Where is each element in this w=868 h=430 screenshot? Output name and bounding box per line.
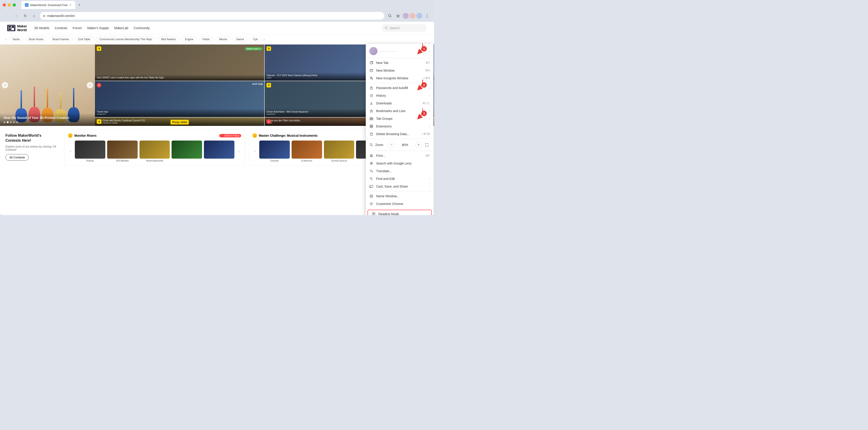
- annotation-arrow-1: [412, 41, 424, 55]
- back-button[interactable]: ←: [4, 12, 10, 19]
- tab-close-button[interactable]: ✕: [69, 3, 72, 6]
- chrome-menu-button[interactable]: ⋮: [424, 12, 430, 19]
- contest-item-4[interactable]: [172, 140, 202, 162]
- card-1-badge: Make it now ↗: [245, 46, 262, 51]
- bookmark-star-button[interactable]: [395, 12, 401, 19]
- category-end-table[interactable]: End Table: [75, 37, 94, 42]
- home-button[interactable]: ⌂: [31, 12, 37, 19]
- nav-contests[interactable]: Contests: [55, 26, 67, 30]
- menu-extensions[interactable]: Extensions ›: [366, 123, 434, 130]
- contest-item-dominik[interactable]: Dominik: [259, 140, 290, 162]
- bookmarks-icon: [369, 109, 373, 113]
- svg-rect-4: [11, 26, 14, 28]
- new-tab-button[interactable]: +: [76, 2, 83, 8]
- featured-card-1[interactable]: Make it now ↗ ⬇ Over 284057 users create…: [95, 44, 264, 81]
- reload-button[interactable]: ↻: [22, 12, 29, 19]
- find-edit-arrow: ›: [429, 177, 430, 180]
- extensions-arrow: ›: [429, 125, 430, 128]
- hero-dot-5[interactable]: [16, 121, 18, 123]
- menu-profile-name: ·····················: [380, 49, 397, 53]
- card-5-icon: ⬇: [97, 119, 101, 124]
- contest-item-neverodd[interactable]: NeveroddoreveN: [140, 140, 170, 162]
- nav-forum[interactable]: Forum: [73, 26, 82, 30]
- address-bar[interactable]: ⊕ makerworld.com/en: [40, 12, 384, 20]
- incognito-icon: [369, 76, 373, 80]
- contest-item-5[interactable]: [204, 140, 235, 162]
- hero-next-button[interactable]: ›: [87, 82, 93, 88]
- all-contests-button[interactable]: All Contests: [5, 154, 29, 161]
- contest-monitor-prev[interactable]: ‹: [68, 140, 73, 162]
- hero-prev-button[interactable]: ‹: [2, 82, 8, 88]
- hero-dot-3[interactable]: [10, 121, 12, 123]
- category-commercial-license[interactable]: Commercial License Membership This Way!: [96, 37, 156, 42]
- nav-actions: ⋮: [386, 12, 430, 19]
- card-1-footer: Over 284057 users created their signs wi…: [95, 74, 264, 81]
- minimize-button[interactable]: [8, 3, 11, 6]
- search-button[interactable]: [386, 12, 393, 19]
- downloads-label: Downloads: [376, 101, 420, 105]
- contest-monitor-next[interactable]: ›: [236, 140, 241, 162]
- category-engine[interactable]: Engine: [182, 37, 197, 42]
- menu-print[interactable]: Print... ⌘P: [366, 152, 434, 160]
- contest-item-robota[interactable]: Robota: [75, 140, 105, 162]
- zoom-label: Zoom: [375, 143, 386, 147]
- maximize-button[interactable]: [13, 3, 16, 6]
- svg-marker-17: [370, 109, 373, 112]
- forward-button[interactable]: →: [13, 12, 20, 19]
- nav-makerlab[interactable]: MakerLab: [114, 26, 128, 30]
- new-tab-icon: [369, 61, 373, 65]
- contest-item-surreal[interactable]: Surreal Sonicus: [324, 140, 354, 162]
- category-fabric[interactable]: Fabric: [199, 37, 213, 42]
- zoom-icon: [369, 143, 373, 147]
- card-4-icon: ⬇: [267, 83, 271, 88]
- zoom-fullscreen-button[interactable]: [424, 142, 430, 148]
- card-1-title: Over 284057 users created their signs wi…: [97, 76, 262, 79]
- menu-new-window[interactable]: New Window ⌘N: [366, 67, 434, 74]
- svg-point-32: [370, 162, 373, 165]
- site-logo[interactable]: MakerWorld: [7, 24, 27, 32]
- category-mecha[interactable]: Mecha: [216, 37, 230, 42]
- category-cyb[interactable]: Cyb: [250, 37, 261, 42]
- contest-instruments-prev[interactable]: ‹: [252, 140, 257, 162]
- menu-downloads[interactable]: Downloads ⌘⌥L: [366, 99, 434, 107]
- category-book-nooks[interactable]: Book Nooks: [25, 37, 47, 42]
- menu-name-window[interactable]: Name Window...: [366, 192, 434, 200]
- menu-translate[interactable]: Translate...: [366, 167, 434, 175]
- active-tab[interactable]: M MakerWorld: Download Free ✕: [21, 1, 75, 9]
- hero-dot-2[interactable]: [7, 121, 8, 123]
- category-board-games[interactable]: Board Games: [49, 37, 72, 42]
- profile-avatar-3[interactable]: [416, 13, 422, 19]
- contest-item-robota-img: [75, 140, 105, 159]
- category-prev-button[interactable]: ‹: [5, 37, 7, 42]
- featured-card-3[interactable]: ● avel map Travel map ArnauATA: [95, 81, 264, 117]
- featured-card-5[interactable]: ⬇ Poop slide Poop Chute with Bambu Cardb…: [95, 118, 264, 126]
- menu-find-edit[interactable]: Find and Edit ›: [366, 175, 434, 183]
- nav-makers-supply[interactable]: Maker's Supply: [87, 26, 109, 30]
- close-button[interactable]: [3, 3, 6, 6]
- menu-customize-chrome[interactable]: Customize Chrome: [366, 200, 434, 208]
- site-search-bar[interactable]: Search: [381, 24, 427, 32]
- logo-text: MakerWorld: [17, 24, 27, 32]
- contest-item-3dvjmodels[interactable]: 3DVJModels: [107, 140, 138, 162]
- nav-community[interactable]: Community: [134, 26, 150, 30]
- menu-delete-browsing[interactable]: Delete Browsing Data... ⇧⌘⌫: [366, 130, 434, 138]
- follow-title: Follow MakerWorld's Contests Here!: [5, 133, 57, 143]
- profile-avatar-2[interactable]: [410, 13, 415, 19]
- menu-reading-mode[interactable]: Reading Mode: [368, 210, 431, 215]
- category-next-button[interactable]: ›: [264, 37, 265, 42]
- category-vaults[interactable]: Vaults: [9, 37, 23, 42]
- category-sword[interactable]: Sword: [233, 37, 247, 42]
- hero-dot-1[interactable]: [4, 121, 5, 123]
- zoom-in-button[interactable]: +: [415, 142, 422, 148]
- hero-dot-4[interactable]: [13, 121, 15, 123]
- contest-item-jf[interactable]: jf-villemure: [291, 140, 322, 162]
- category-bird-feeders[interactable]: Bird feeders: [158, 37, 179, 42]
- menu-history[interactable]: History ›: [366, 92, 434, 99]
- menu-new-tab[interactable]: New Tab ⌘T: [366, 59, 434, 67]
- menu-cast-save[interactable]: Cast, Save, and Share ›: [366, 183, 434, 190]
- site-nav: 3D Models Contests Forum Maker's Supply …: [34, 26, 150, 30]
- profile-avatar-1[interactable]: [403, 13, 409, 19]
- zoom-out-button[interactable]: −: [388, 142, 395, 148]
- nav-3d-models[interactable]: 3D Models: [34, 26, 49, 30]
- menu-google-lens[interactable]: Search with Google Lens: [366, 160, 434, 167]
